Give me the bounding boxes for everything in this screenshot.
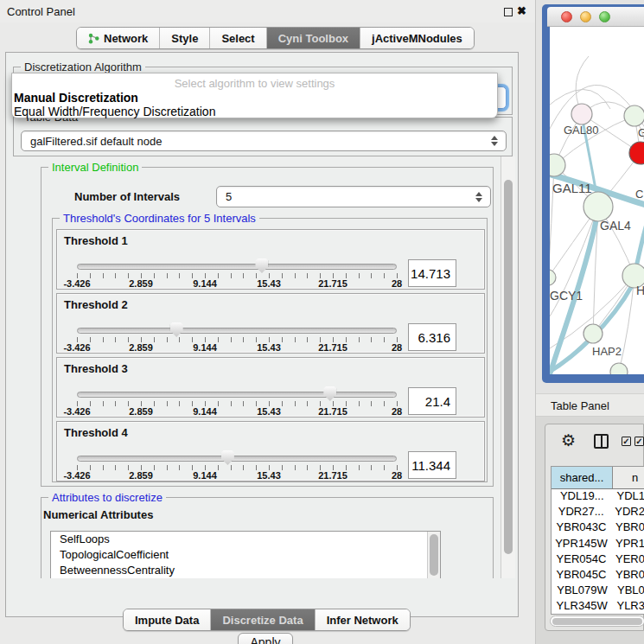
cell[interactable]: YPR1 — [611, 537, 644, 552]
tick-label: 28 — [392, 470, 402, 481]
list-item[interactable]: BetweennessCentrality — [51, 563, 440, 578]
threshold-value-input[interactable] — [408, 387, 456, 415]
slider-track[interactable] — [77, 392, 397, 398]
cell[interactable]: YLR345W — [552, 599, 612, 615]
group-title: Interval Definition — [48, 161, 142, 174]
slider-thumb[interactable] — [170, 322, 183, 337]
mac-zoom-icon[interactable] — [599, 11, 610, 22]
table-row[interactable]: YBR045CYBR0 — [552, 568, 644, 583]
network-node-selected[interactable] — [629, 142, 644, 164]
cell[interactable]: YBL0 — [613, 583, 644, 599]
mac-minimize-icon[interactable] — [580, 11, 591, 22]
float-window-icon[interactable] — [504, 8, 513, 16]
network-icon — [88, 33, 99, 44]
tab-select[interactable]: Select — [210, 28, 266, 48]
network-node[interactable] — [624, 105, 644, 126]
list-item[interactable]: TopologicalCoefficient — [51, 547, 440, 563]
network-canvas[interactable]: GAL80 G C GAL11 GAL4 GCY1 H HAP2 — [550, 27, 644, 374]
cell[interactable]: YBR0 — [611, 568, 644, 583]
table-row[interactable]: YBL079WYBL0 — [552, 583, 644, 599]
network-node[interactable] — [583, 192, 613, 221]
cell[interactable]: YDR2 — [610, 505, 644, 520]
threshold-panel: Threshold 1 -3.426 2.859 9.144 15.43 21.… — [56, 229, 485, 290]
apply-button[interactable]: Apply — [238, 633, 293, 644]
cell[interactable]: YER0 — [611, 552, 644, 568]
control-panel-titlebar: Control Panel ✖ — [0, 0, 535, 22]
mac-close-icon[interactable] — [561, 11, 572, 22]
bottom-tab-bar: Impute Data Discretize Data Infer Networ… — [123, 609, 411, 631]
num-intervals-combo[interactable]: 5 — [216, 186, 491, 207]
table-row[interactable]: YDL19...YDL1 — [552, 489, 644, 505]
cell[interactable]: YPR145W — [552, 537, 611, 552]
slider-track[interactable] — [77, 328, 397, 334]
tab-label: Cyni Toolbox — [278, 32, 348, 45]
threshold-value-input[interactable] — [408, 451, 456, 479]
table-data-group: Table Data galFiltered.sif default node — [13, 117, 513, 156]
cell[interactable]: YER054C — [552, 552, 611, 568]
cell[interactable]: YDL19... — [552, 489, 612, 505]
table-data-combo[interactable]: galFiltered.sif default node — [21, 131, 507, 151]
network-window-titlebar — [547, 7, 644, 27]
threshold-label: Threshold 2 — [64, 298, 128, 311]
tab-cyni-toolbox[interactable]: Cyni Toolbox — [267, 28, 360, 48]
slider-track[interactable] — [77, 264, 397, 270]
popup-option-manual-discretization[interactable]: Manual Discretization — [14, 91, 138, 105]
network-node[interactable] — [610, 363, 628, 374]
combo-arrows-icon — [475, 192, 482, 202]
tab-impute-data[interactable]: Impute Data — [124, 609, 211, 630]
slider-thumb[interactable] — [255, 258, 268, 273]
table-panel-header: Table Panel — [536, 393, 644, 417]
cell[interactable]: YBR0 — [611, 520, 644, 536]
gear-icon[interactable]: ⚙ — [561, 430, 576, 450]
cell[interactable]: YBR043C — [552, 520, 611, 536]
node-table: shared... n YDL19...YDL1 YDR27...YDR2 YB… — [551, 466, 644, 615]
slider-thumb[interactable] — [221, 450, 234, 465]
tick-label: 21.715 — [318, 406, 348, 417]
numerical-attributes-label: Numerical Attributes — [43, 508, 153, 521]
tick-label: 28 — [392, 342, 402, 353]
list-item[interactable]: SelfLoops — [51, 532, 440, 547]
cell[interactable]: YDR27... — [552, 505, 610, 520]
column-header-name[interactable]: n — [613, 467, 644, 488]
tab-infer-network[interactable]: Infer Network — [316, 609, 410, 630]
scrollbar-thumb[interactable] — [552, 618, 642, 625]
list-scrollbar[interactable] — [427, 532, 440, 578]
popup-option-equal-width[interactable]: Equal Width/Frequency Discretization — [14, 105, 215, 118]
table-horizontal-scrollbar[interactable] — [550, 615, 644, 627]
pane-scrollbar-thumb[interactable] — [504, 180, 513, 554]
network-node[interactable] — [550, 270, 556, 285]
numerical-attributes-list: SelfLoops TopologicalCoefficient Between… — [50, 531, 441, 578]
slider-track[interactable] — [77, 456, 397, 462]
tick-label: 2.859 — [129, 406, 153, 417]
tab-style[interactable]: Style — [160, 28, 210, 48]
column-header-shared-name[interactable]: shared... — [552, 467, 613, 488]
slider-scale: -3.426 2.859 9.144 15.43 21.715 28 — [77, 470, 397, 481]
cell[interactable]: YLR3 — [612, 599, 644, 615]
table-row[interactable]: YDR27...YDR2 — [552, 505, 644, 520]
split-table-icon[interactable] — [594, 434, 609, 449]
cell[interactable]: YDL1 — [612, 489, 644, 505]
tab-label: Infer Network — [327, 614, 399, 627]
slider-thumb[interactable] — [323, 386, 336, 401]
tab-jactivemnodules[interactable]: jActiveMNodules — [360, 28, 474, 48]
table-panel: ⚙ ✓ ✓ shared... n YDL19...YDL1 YDR27...Y… — [536, 417, 644, 644]
network-node[interactable] — [571, 104, 592, 124]
checkbox-icon[interactable]: ✓ — [634, 437, 644, 446]
table-row[interactable]: YLR345WYLR3 — [552, 599, 644, 615]
checkbox-icon[interactable]: ✓ — [622, 437, 631, 446]
threshold-value-input[interactable] — [408, 323, 456, 351]
node-label: G — [638, 126, 644, 139]
table-row[interactable]: YER054CYER0 — [552, 552, 644, 568]
tick-label: -3.426 — [63, 278, 90, 289]
table-row[interactable]: YPR145WYPR1 — [552, 537, 644, 552]
table-row[interactable]: YBR043CYBR0 — [552, 520, 644, 536]
tab-discretize-data[interactable]: Discretize Data — [211, 609, 315, 630]
threshold-value-input[interactable] — [408, 259, 456, 287]
cell[interactable]: YBL079W — [552, 583, 613, 599]
tab-network[interactable]: Network — [77, 28, 160, 48]
close-icon[interactable]: ✖ — [517, 4, 526, 17]
cell[interactable]: YBR045C — [552, 568, 611, 583]
network-node[interactable] — [583, 324, 603, 343]
control-panel-window: Control Panel ✖ Network Style Select Cyn… — [0, 0, 536, 644]
pane-scrollbar[interactable] — [501, 156, 515, 578]
